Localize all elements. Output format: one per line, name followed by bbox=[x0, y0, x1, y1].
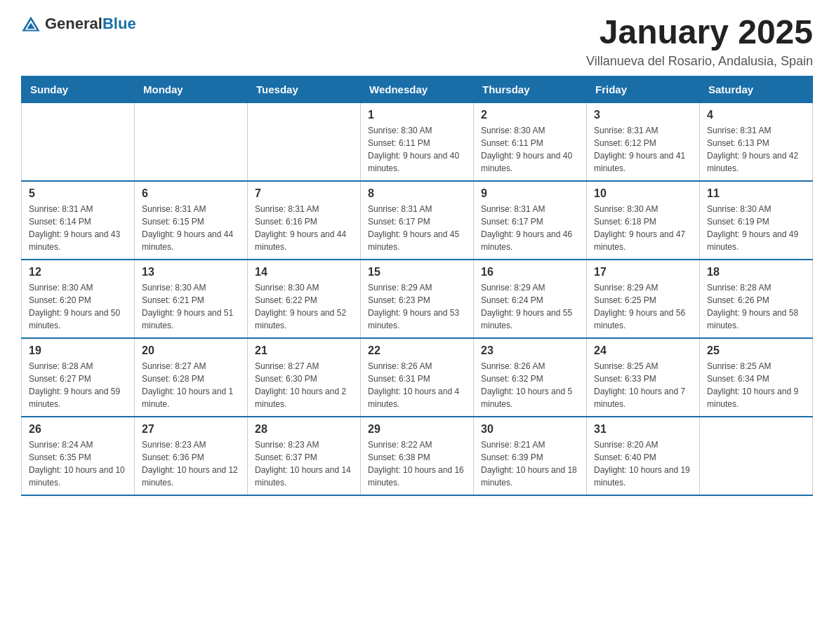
day-cell: 7Sunrise: 8:31 AMSunset: 6:16 PMDaylight… bbox=[248, 181, 361, 260]
day-cell: 14Sunrise: 8:30 AMSunset: 6:22 PMDayligh… bbox=[248, 260, 361, 338]
day-number: 28 bbox=[255, 423, 353, 436]
day-info: Sunrise: 8:26 AMSunset: 6:31 PMDaylight:… bbox=[368, 360, 466, 410]
day-cell: 11Sunrise: 8:30 AMSunset: 6:19 PMDayligh… bbox=[700, 181, 813, 260]
day-number: 10 bbox=[594, 187, 692, 200]
day-cell: 10Sunrise: 8:30 AMSunset: 6:18 PMDayligh… bbox=[587, 181, 700, 260]
day-number: 14 bbox=[255, 266, 353, 279]
day-cell: 25Sunrise: 8:25 AMSunset: 6:34 PMDayligh… bbox=[700, 338, 813, 417]
day-cell: 21Sunrise: 8:27 AMSunset: 6:30 PMDayligh… bbox=[248, 338, 361, 417]
day-info: Sunrise: 8:25 AMSunset: 6:34 PMDaylight:… bbox=[707, 360, 805, 410]
day-info: Sunrise: 8:30 AMSunset: 6:11 PMDaylight:… bbox=[368, 124, 466, 175]
day-cell: 6Sunrise: 8:31 AMSunset: 6:15 PMDaylight… bbox=[135, 181, 248, 260]
day-cell: 24Sunrise: 8:25 AMSunset: 6:33 PMDayligh… bbox=[587, 338, 700, 417]
day-number: 22 bbox=[368, 344, 466, 357]
title-area: January 2025 Villanueva del Rosario, And… bbox=[586, 14, 813, 69]
day-info: Sunrise: 8:27 AMSunset: 6:30 PMDaylight:… bbox=[255, 360, 353, 410]
day-info: Sunrise: 8:25 AMSunset: 6:33 PMDaylight:… bbox=[594, 360, 692, 410]
day-cell: 20Sunrise: 8:27 AMSunset: 6:28 PMDayligh… bbox=[135, 338, 248, 417]
day-number: 30 bbox=[481, 423, 579, 436]
day-info: Sunrise: 8:30 AMSunset: 6:21 PMDaylight:… bbox=[142, 281, 240, 332]
day-cell: 13Sunrise: 8:30 AMSunset: 6:21 PMDayligh… bbox=[135, 260, 248, 338]
week-row-5: 26Sunrise: 8:24 AMSunset: 6:35 PMDayligh… bbox=[22, 417, 813, 495]
day-cell: 28Sunrise: 8:23 AMSunset: 6:37 PMDayligh… bbox=[248, 417, 361, 495]
calendar-header: SundayMondayTuesdayWednesdayThursdayFrid… bbox=[22, 76, 813, 102]
day-number: 4 bbox=[707, 109, 805, 121]
header-row: SundayMondayTuesdayWednesdayThursdayFrid… bbox=[22, 76, 813, 102]
logo: GeneralBlue bbox=[21, 14, 136, 34]
day-info: Sunrise: 8:31 AMSunset: 6:16 PMDaylight:… bbox=[255, 203, 353, 253]
day-info: Sunrise: 8:30 AMSunset: 6:11 PMDaylight:… bbox=[481, 124, 579, 175]
calendar-body: 1Sunrise: 8:30 AMSunset: 6:11 PMDaylight… bbox=[22, 102, 813, 495]
day-number: 9 bbox=[481, 187, 579, 200]
day-cell: 12Sunrise: 8:30 AMSunset: 6:20 PMDayligh… bbox=[22, 260, 135, 338]
day-number: 13 bbox=[142, 266, 240, 279]
day-number: 12 bbox=[29, 266, 127, 279]
day-info: Sunrise: 8:29 AMSunset: 6:23 PMDaylight:… bbox=[368, 281, 466, 332]
logo-text: GeneralBlue bbox=[45, 15, 136, 33]
day-number: 1 bbox=[368, 109, 466, 121]
day-cell: 2Sunrise: 8:30 AMSunset: 6:11 PMDaylight… bbox=[474, 102, 587, 181]
month-title: January 2025 bbox=[586, 14, 813, 51]
day-number: 16 bbox=[481, 266, 579, 279]
day-cell: 30Sunrise: 8:21 AMSunset: 6:39 PMDayligh… bbox=[474, 417, 587, 495]
day-cell: 31Sunrise: 8:20 AMSunset: 6:40 PMDayligh… bbox=[587, 417, 700, 495]
day-number: 29 bbox=[368, 423, 466, 436]
day-info: Sunrise: 8:27 AMSunset: 6:28 PMDaylight:… bbox=[142, 360, 240, 410]
day-info: Sunrise: 8:29 AMSunset: 6:25 PMDaylight:… bbox=[594, 281, 692, 332]
day-info: Sunrise: 8:30 AMSunset: 6:18 PMDaylight:… bbox=[594, 203, 692, 253]
day-info: Sunrise: 8:22 AMSunset: 6:38 PMDaylight:… bbox=[368, 438, 466, 489]
day-info: Sunrise: 8:31 AMSunset: 6:13 PMDaylight:… bbox=[707, 124, 805, 175]
day-number: 7 bbox=[255, 187, 353, 200]
day-cell bbox=[248, 102, 361, 181]
day-cell: 4Sunrise: 8:31 AMSunset: 6:13 PMDaylight… bbox=[700, 102, 813, 181]
day-cell: 23Sunrise: 8:26 AMSunset: 6:32 PMDayligh… bbox=[474, 338, 587, 417]
logo-icon bbox=[21, 14, 41, 34]
header-saturday: Saturday bbox=[700, 76, 813, 102]
day-cell: 27Sunrise: 8:23 AMSunset: 6:36 PMDayligh… bbox=[135, 417, 248, 495]
day-cell: 1Sunrise: 8:30 AMSunset: 6:11 PMDaylight… bbox=[361, 102, 474, 181]
day-info: Sunrise: 8:31 AMSunset: 6:17 PMDaylight:… bbox=[368, 203, 466, 253]
day-info: Sunrise: 8:31 AMSunset: 6:12 PMDaylight:… bbox=[594, 124, 692, 175]
header-friday: Friday bbox=[587, 76, 700, 102]
day-number: 2 bbox=[481, 109, 579, 121]
day-number: 21 bbox=[255, 344, 353, 357]
day-info: Sunrise: 8:23 AMSunset: 6:37 PMDaylight:… bbox=[255, 438, 353, 489]
day-cell bbox=[135, 102, 248, 181]
day-cell: 18Sunrise: 8:28 AMSunset: 6:26 PMDayligh… bbox=[700, 260, 813, 338]
calendar-table: SundayMondayTuesdayWednesdayThursdayFrid… bbox=[21, 76, 813, 496]
day-cell: 19Sunrise: 8:28 AMSunset: 6:27 PMDayligh… bbox=[22, 338, 135, 417]
day-info: Sunrise: 8:30 AMSunset: 6:19 PMDaylight:… bbox=[707, 203, 805, 253]
header-sunday: Sunday bbox=[22, 76, 135, 102]
day-info: Sunrise: 8:31 AMSunset: 6:17 PMDaylight:… bbox=[481, 203, 579, 253]
logo-blue: Blue bbox=[102, 15, 136, 32]
day-info: Sunrise: 8:28 AMSunset: 6:27 PMDaylight:… bbox=[29, 360, 127, 410]
day-number: 26 bbox=[29, 423, 127, 436]
day-info: Sunrise: 8:23 AMSunset: 6:36 PMDaylight:… bbox=[142, 438, 240, 489]
day-cell bbox=[700, 417, 813, 495]
day-info: Sunrise: 8:20 AMSunset: 6:40 PMDaylight:… bbox=[594, 438, 692, 489]
logo-general: General bbox=[45, 15, 102, 32]
week-row-4: 19Sunrise: 8:28 AMSunset: 6:27 PMDayligh… bbox=[22, 338, 813, 417]
day-number: 15 bbox=[368, 266, 466, 279]
day-number: 8 bbox=[368, 187, 466, 200]
day-number: 25 bbox=[707, 344, 805, 357]
day-number: 6 bbox=[142, 187, 240, 200]
day-cell: 3Sunrise: 8:31 AMSunset: 6:12 PMDaylight… bbox=[587, 102, 700, 181]
day-cell: 5Sunrise: 8:31 AMSunset: 6:14 PMDaylight… bbox=[22, 181, 135, 260]
day-number: 18 bbox=[707, 266, 805, 279]
day-info: Sunrise: 8:29 AMSunset: 6:24 PMDaylight:… bbox=[481, 281, 579, 332]
header-thursday: Thursday bbox=[474, 76, 587, 102]
day-number: 17 bbox=[594, 266, 692, 279]
day-cell: 16Sunrise: 8:29 AMSunset: 6:24 PMDayligh… bbox=[474, 260, 587, 338]
location-subtitle: Villanueva del Rosario, Andalusia, Spain bbox=[586, 54, 813, 69]
day-number: 5 bbox=[29, 187, 127, 200]
header-tuesday: Tuesday bbox=[248, 76, 361, 102]
week-row-1: 1Sunrise: 8:30 AMSunset: 6:11 PMDaylight… bbox=[22, 102, 813, 181]
day-number: 27 bbox=[142, 423, 240, 436]
day-number: 20 bbox=[142, 344, 240, 357]
week-row-3: 12Sunrise: 8:30 AMSunset: 6:20 PMDayligh… bbox=[22, 260, 813, 338]
day-number: 19 bbox=[29, 344, 127, 357]
day-info: Sunrise: 8:21 AMSunset: 6:39 PMDaylight:… bbox=[481, 438, 579, 489]
day-cell: 9Sunrise: 8:31 AMSunset: 6:17 PMDaylight… bbox=[474, 181, 587, 260]
day-cell: 26Sunrise: 8:24 AMSunset: 6:35 PMDayligh… bbox=[22, 417, 135, 495]
